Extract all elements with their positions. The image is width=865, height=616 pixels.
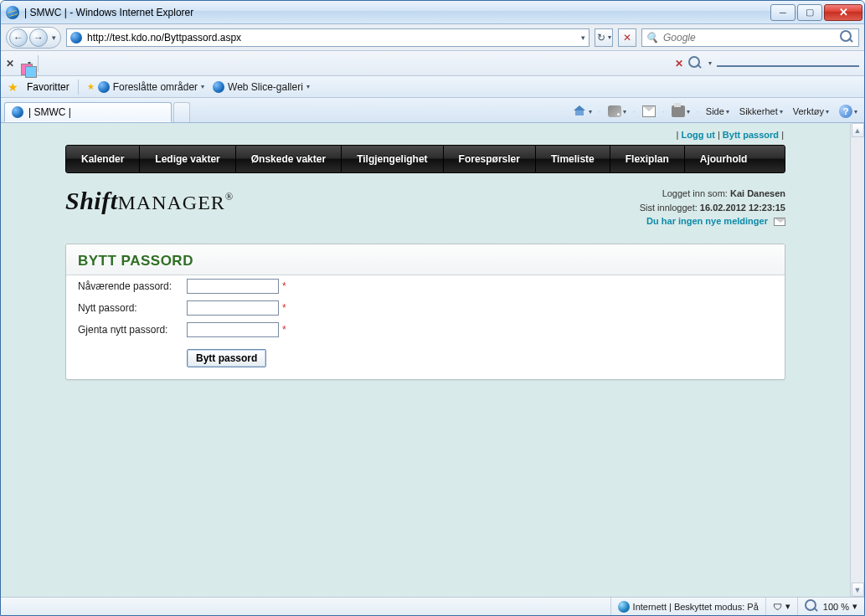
command-bar: ▾ · ▾ · · ▾ · Side▾ Sikkerhet▾ Verktøy▾ …: [190, 103, 861, 122]
menu-flexiplan[interactable]: Flexiplan: [610, 146, 685, 172]
ie-icon: [213, 81, 224, 93]
status-bar: Internett | Beskyttet modus: På 🛡 ▾ 100 …: [1, 597, 864, 615]
tools-menu[interactable]: Verktøy▾: [790, 105, 832, 118]
dropdown-icon: ▾: [826, 108, 829, 116]
status-zone-text: Internett | Beskyttet modus: På: [633, 602, 759, 612]
status-zone: Internett | Beskyttet modus: På: [610, 598, 765, 615]
find-icon[interactable]: [688, 56, 703, 71]
top-links: | Logg ut | Bytt passord |: [65, 130, 784, 140]
dropdown-icon: ▾: [201, 83, 204, 90]
scroll-down-button[interactable]: ▼: [852, 583, 864, 597]
forward-button[interactable]: →: [29, 28, 48, 47]
close-button[interactable]: ✕: [824, 4, 862, 21]
stop-button[interactable]: ✕: [618, 28, 636, 47]
dropdown-icon: ▾: [589, 108, 592, 116]
help-menu[interactable]: ?▾: [836, 103, 861, 120]
logo-bold: Shift: [65, 187, 118, 214]
search-go-icon[interactable]: [840, 30, 855, 45]
logout-link[interactable]: Logg ut: [682, 130, 715, 140]
menu-timeliste[interactable]: Timeliste: [536, 146, 610, 172]
repeat-password-row: Gjenta nytt passord: *: [66, 319, 785, 341]
find-dropdown-icon[interactable]: ▾: [708, 59, 712, 67]
print-button[interactable]: ▾: [668, 104, 693, 119]
header-row: ShiftMANAGER® Logget inn som: Kai Danese…: [65, 187, 785, 228]
browser-window: | SMWC | - Windows Internet Explorer ─ ▢…: [0, 0, 865, 616]
safety-menu-label: Sikkerhet: [739, 106, 778, 116]
address-dropdown-icon[interactable]: ▾: [581, 33, 585, 42]
last-login-value: 16.02.2012 12:23:15: [700, 203, 785, 213]
zoom-value: 100 %: [823, 602, 849, 612]
web-slice-item[interactable]: Web Slice-galleri ▾: [213, 81, 310, 93]
new-password-input[interactable]: [187, 300, 279, 316]
home-button[interactable]: ▾: [570, 104, 595, 119]
change-password-link[interactable]: Bytt passord: [723, 130, 779, 140]
zoom-icon: [805, 599, 820, 614]
favorites-label[interactable]: Favoritter: [27, 81, 70, 93]
main-menu: Kalender Ledige vakter Ønskede vakter Ti…: [65, 145, 785, 173]
favorites-star-icon[interactable]: ★: [8, 80, 18, 94]
menu-tilgjengelighet[interactable]: Tilgjengelighet: [342, 146, 443, 172]
separator: [38, 55, 39, 72]
repeat-password-label: Gjenta nytt passord:: [78, 324, 187, 336]
find-input-line[interactable]: [717, 64, 859, 67]
logged-in-as-label: Logget inn som:: [662, 188, 730, 198]
dropdown-icon: ▾: [726, 108, 729, 116]
tab-smwc[interactable]: | SMWC |: [4, 102, 172, 122]
panel-header: BYTT PASSORD: [66, 244, 785, 275]
read-mail-button[interactable]: [639, 104, 659, 119]
safety-menu[interactable]: Sikkerhet▾: [736, 105, 786, 118]
toolbar-close-icon[interactable]: ✕: [675, 58, 683, 69]
page: | Logg ut | Bytt passord | Kalender Ledi…: [1, 123, 850, 597]
ie-icon: [12, 106, 23, 118]
repeat-password-input[interactable]: [187, 322, 279, 337]
dropdown-icon: ▾: [687, 108, 690, 116]
user-name: Kai Danesen: [730, 188, 785, 198]
current-password-label: Nåværende passord:: [78, 280, 187, 292]
menu-onskede-vakter[interactable]: Ønskede vakter: [236, 146, 342, 172]
menu-ledige-vakter[interactable]: Ledige vakter: [140, 146, 235, 172]
back-button[interactable]: ←: [9, 28, 28, 47]
mail-icon: [642, 105, 656, 117]
separator: [78, 80, 79, 95]
print-icon: [672, 105, 685, 117]
change-password-panel: BYTT PASSORD Nåværende passord: * Nytt p…: [65, 244, 785, 380]
close-bar-button[interactable]: ✕: [6, 58, 14, 69]
page-menu[interactable]: Side▾: [703, 105, 733, 118]
current-password-input[interactable]: [187, 279, 279, 294]
star-icon: ★: [87, 82, 95, 91]
no-messages-link[interactable]: Du har ingen nye meldinger: [646, 216, 768, 226]
nav-history-dropdown[interactable]: ▾: [49, 33, 59, 42]
search-box[interactable]: 🔍: [641, 28, 859, 47]
page-icon: [70, 32, 82, 44]
menu-ajourhold[interactable]: Ajourhold: [685, 146, 763, 172]
vertical-scrollbar[interactable]: ▲ ▼: [850, 123, 864, 597]
scroll-up-button[interactable]: ▲: [852, 123, 864, 137]
tab-row: | SMWC | ▾ · ▾ · · ▾ · Side▾ Sikkerhet▾ …: [1, 98, 864, 123]
secondary-toolbar: ✕ ▾ ✕ ▾: [1, 51, 864, 76]
title-bar: | SMWC | - Windows Internet Explorer ─ ▢…: [1, 1, 864, 24]
ie-icon: [6, 6, 19, 19]
new-tab-button[interactable]: [173, 102, 190, 122]
dropdown-icon: ▾: [623, 108, 626, 116]
suggested-sites-item[interactable]: ★ Foreslåtte områder ▾: [87, 81, 204, 93]
help-icon: ?: [839, 105, 852, 118]
address-input[interactable]: [85, 31, 578, 44]
globe-icon: [618, 601, 630, 613]
menu-foresporsler[interactable]: Forespørsler: [444, 146, 536, 172]
required-marker: *: [282, 280, 286, 292]
search-input[interactable]: [662, 31, 837, 44]
dropdown-icon: ▾: [780, 108, 783, 116]
required-marker: *: [282, 324, 286, 336]
current-password-row: Nåværende passord: *: [66, 275, 785, 297]
status-protected-mode-toggle[interactable]: 🛡 ▾: [765, 598, 797, 615]
feeds-button[interactable]: ▾: [605, 104, 630, 119]
maximize-button[interactable]: ▢: [797, 4, 822, 21]
window-title: | SMWC | - Windows Internet Explorer: [24, 7, 193, 18]
status-zoom[interactable]: 100 % ▾: [797, 598, 864, 615]
refresh-dropdown-icon[interactable]: ▾: [608, 33, 611, 41]
submit-button[interactable]: Bytt passord: [187, 349, 266, 367]
refresh-button[interactable]: ↻▾: [595, 28, 613, 47]
menu-kalender[interactable]: Kalender: [66, 146, 140, 172]
minimize-button[interactable]: ─: [770, 4, 795, 21]
address-bar[interactable]: ▾: [66, 28, 590, 47]
